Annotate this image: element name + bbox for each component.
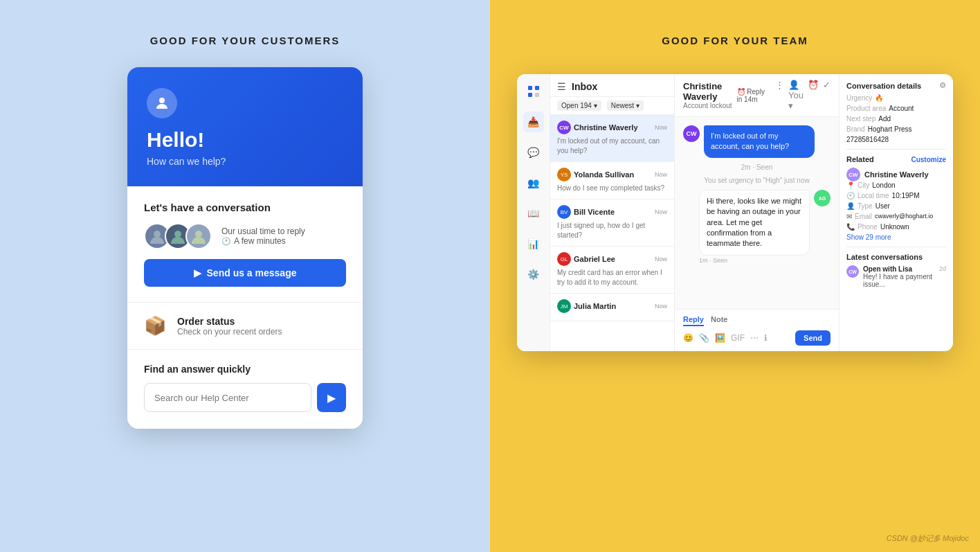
chat-input-row: 😊 📎 🖼️ GIF ⋯ ℹ Send <box>683 330 831 346</box>
svg-point-3 <box>195 231 202 238</box>
info-icon[interactable]: ℹ <box>764 333 768 343</box>
detail-email: ✉ Email cwaverly@hoghart.io <box>846 213 946 220</box>
filter-row: Open 194 ▾ Newest ▾ <box>550 97 674 115</box>
svg-text:AG: AG <box>819 196 826 201</box>
sidebar-icon-logo <box>523 81 544 102</box>
chat-header-info: Christine Waverly Account lockout <box>683 81 737 109</box>
svg-rect-4 <box>528 86 532 90</box>
conv-name-julia: Julia Martin <box>574 302 616 310</box>
conv-preview-gabriel: My credit card has an error when I try t… <box>557 268 667 287</box>
right-section-title: GOOD FOR YOUR TEAM <box>662 35 808 46</box>
message-2: AG Hi there, looks like we might be havi… <box>683 190 831 264</box>
svg-point-1 <box>154 231 161 238</box>
details-title: Conversation details ⚙ <box>846 81 946 90</box>
show-more-link[interactable]: Show 29 more <box>846 233 946 241</box>
conv-preview-yolanda: How do I see my completed tasks? <box>557 184 667 193</box>
widget-subtitle: How can we help? <box>147 156 343 167</box>
inbox-label: Inbox <box>572 81 597 92</box>
search-section-title: Find an answer quickly <box>144 364 346 375</box>
conv-time-bill: Now <box>655 208 667 215</box>
message-bubble-1: I'm locked out of my account, can you he… <box>704 125 815 158</box>
conv-preview-bill: I just signed up, how do I get started? <box>557 221 667 240</box>
detail-phone: 📞 Phone Unknown <box>846 223 946 231</box>
chat-header-actions: ⏰ Reply in 14m ⋮ 👤 You ▾ ⏰ ✓ <box>737 80 831 111</box>
send-message-button[interactable]: ▶ Send us a message <box>144 259 346 287</box>
chat-send-button[interactable]: Send <box>795 330 831 346</box>
avatar-bill: BV <box>557 205 571 219</box>
conv-time-christine: Now <box>655 124 667 131</box>
chat-input-tabs: Reply Note <box>683 315 831 326</box>
widget-body: Let's have a conversation <box>127 186 363 429</box>
conversation-row: Our usual time to reply 🕐 A few minutes <box>144 223 346 249</box>
image-icon[interactable]: 🖼️ <box>715 333 725 343</box>
tab-reply[interactable]: Reply <box>683 315 704 326</box>
reply-time: 🕐 A few minutes <box>221 236 305 246</box>
conv-item-christine[interactable]: CW Christine Waverly Now I'm locked out … <box>550 115 674 162</box>
detail-urgency: Urgency 🔥 <box>846 94 946 102</box>
sidebar-icon-docs[interactable]: 📖 <box>523 203 544 224</box>
conv-item-yolanda[interactable]: YS Yolanda Sullivan Now How do I see my … <box>550 162 674 199</box>
message-seen-1: 2m · Seen <box>683 163 831 171</box>
left-section-title: GOOD FOR YOUR CUSTOMERS <box>150 35 341 46</box>
search-section: Find an answer quickly ▶ <box>127 350 363 429</box>
reply-info: Our usual time to reply 🕐 A few minutes <box>221 226 305 246</box>
conv-name-gabriel: Gabriel Lee <box>574 255 615 263</box>
avatar-christine: CW <box>557 121 571 134</box>
team-avatars <box>144 223 212 249</box>
system-message-urgency: You set urgency to "High" just now <box>683 177 831 184</box>
detail-local-time: 🕙 Local time 10:19PM <box>846 192 946 199</box>
search-input[interactable] <box>144 383 311 412</box>
more-options-icon[interactable]: ⋮ <box>775 80 784 111</box>
sidebar-icon-settings[interactable]: ⚙️ <box>523 264 544 285</box>
order-status-section[interactable]: 📦 Order status Check on your recent orde… <box>127 303 363 350</box>
conv-item-gabriel[interactable]: GL Gabriel Lee Now My credit card has an… <box>550 247 674 294</box>
conv-time-gabriel: Now <box>655 256 667 262</box>
send-icon: ▶ <box>194 267 201 278</box>
sidebar-icon-inbox[interactable]: 📥 <box>523 112 544 132</box>
order-text: Order status Check on your recent orders <box>177 316 282 337</box>
detail-next-step: Next step Add <box>846 115 946 123</box>
search-arrow-icon: ▶ <box>327 391 336 404</box>
order-icon: 📦 <box>144 315 166 337</box>
reply-time-indicator: ⏰ Reply in 14m <box>737 88 770 103</box>
message-meta-2: 1m · Seen <box>699 257 810 264</box>
sidebar-icon-users[interactable]: 👥 <box>523 172 544 193</box>
avatar-3 <box>185 223 212 249</box>
check-icon[interactable]: ✓ <box>823 80 831 111</box>
detail-type: 👤 Type User <box>846 202 946 210</box>
sidebar-icon-reports[interactable]: 📊 <box>523 233 544 254</box>
chat-contact-name: Christine Waverly <box>683 81 737 102</box>
widget-logo <box>147 88 177 118</box>
chat-contact-status: Account lockout <box>683 102 737 109</box>
related-title: Related Customize <box>846 155 946 163</box>
message-avatar-1: CW <box>683 125 700 142</box>
detail-id: 27285816428 <box>846 136 946 143</box>
conv-item-julia[interactable]: JM Julia Martin Now <box>550 294 674 321</box>
details-settings-icon[interactable]: ⚙ <box>939 81 946 90</box>
customize-label[interactable]: Customize <box>911 156 946 163</box>
message-avatar-2: AG <box>814 190 831 206</box>
filter-newest[interactable]: Newest ▾ <box>607 100 644 111</box>
chat-area: Christine Waverly Account lockout ⏰ Repl… <box>675 74 839 351</box>
conv-name-yolanda: Yolanda Sullivan <box>574 170 634 179</box>
widget-header: Hello! How can we help? <box>127 67 363 186</box>
svg-point-0 <box>159 98 165 103</box>
reply-label: Our usual time to reply <box>221 226 305 236</box>
snooze-icon[interactable]: ⏰ <box>808 80 819 111</box>
attach-icon[interactable]: 📎 <box>699 333 709 343</box>
watermark: CSDN @妙记多 Mojidoc <box>887 533 969 544</box>
search-button[interactable]: ▶ <box>317 383 346 412</box>
latest-conv-text: Open with Lisa Hey! I have a payment iss… <box>863 265 935 288</box>
more-icon[interactable]: ⋯ <box>750 333 759 343</box>
sidebar-icon-chat[interactable]: 💬 <box>523 142 544 163</box>
widget-hello: Hello! <box>147 128 343 152</box>
chat-input-area: Reply Note 😊 📎 🖼️ GIF ⋯ ℹ Send <box>675 309 839 351</box>
assign-icon[interactable]: 👤 You ▾ <box>788 80 804 111</box>
conv-item-bill[interactable]: BV Bill Vicente Now I just signed up, ho… <box>550 199 674 247</box>
filter-open[interactable]: Open 194 ▾ <box>557 100 601 111</box>
chat-messages: CW I'm locked out of my account, can you… <box>675 117 839 309</box>
gif-icon[interactable]: GIF <box>731 333 745 343</box>
tab-note[interactable]: Note <box>711 315 727 326</box>
emoji-icon[interactable]: 😊 <box>683 333 693 343</box>
conversation-section-title: Let's have a conversation <box>144 202 346 213</box>
